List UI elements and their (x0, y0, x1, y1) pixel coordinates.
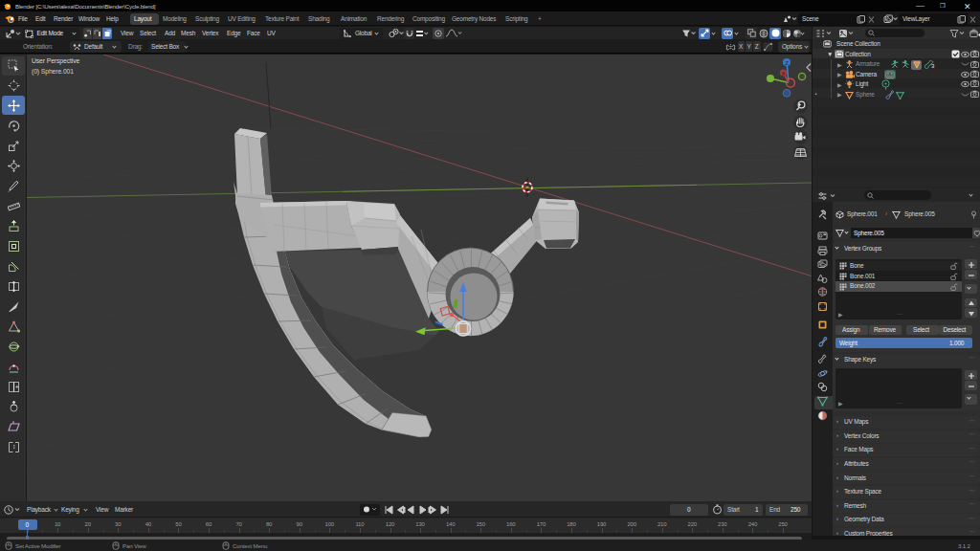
svg-text:X: X (781, 71, 785, 77)
svg-text:User Perspective: User Perspective (32, 57, 79, 65)
svg-text:Z: Z (785, 60, 789, 66)
svg-text:(0) Sphere.001: (0) Sphere.001 (32, 68, 74, 76)
